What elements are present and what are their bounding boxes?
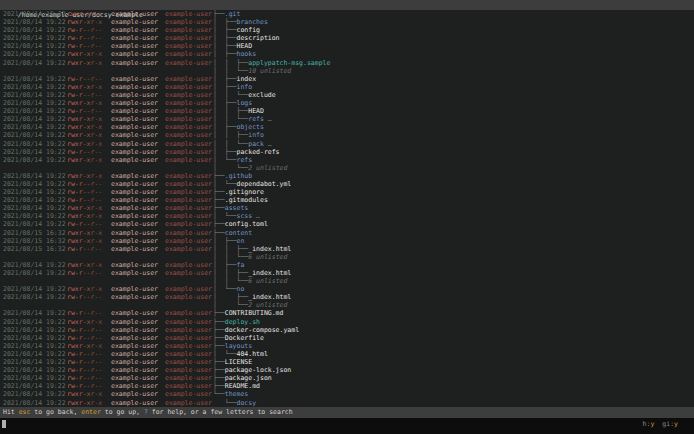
entry-name: 2 unlisted	[248, 164, 287, 172]
tree-branch-lines: │ │ ├──	[213, 107, 248, 115]
perm-user-bits: rw-	[67, 220, 79, 228]
tree-row[interactable]: │ └──2 unlisted	[0, 164, 694, 172]
tree-row[interactable]: 2021/08/14 19:22rw-r--r--example-userexa…	[0, 26, 694, 34]
tree-row[interactable]: 2021/08/14 19:22rw-r--r--example-userexa…	[0, 196, 694, 204]
file-permissions: rw-r--r--	[67, 350, 102, 358]
entry-name: index	[236, 75, 256, 83]
file-date: 2021/08/14 19:22	[3, 10, 66, 18]
perm-other-bits: r--	[91, 309, 103, 317]
tree-row[interactable]: 2021/08/14 19:22rw-r--r--example-userexa…	[0, 34, 694, 42]
file-permissions: rw-r--r--	[67, 374, 102, 382]
tree-branch-lines: ├──	[213, 318, 225, 326]
status-segment: for help, or a few letters to search	[148, 408, 293, 416]
tree-row[interactable]: 2021/08/15 16:32rw-r--r--example-userexa…	[0, 245, 694, 253]
tree-row[interactable]: 2021/08/14 19:22rwxr-xr-xexample-userexa…	[0, 59, 694, 67]
entry-name: info	[248, 131, 264, 139]
tree-row[interactable]: 2021/08/14 19:22rwxr-xr-xexample-userexa…	[0, 83, 694, 91]
status-segment: to go up,	[101, 408, 144, 416]
tree-branch-lines: ├──	[213, 326, 225, 334]
tree-row[interactable]: 2021/08/14 19:22rw-r--r--example-userexa…	[0, 293, 694, 301]
tree-row[interactable]: 2021/08/14 19:22rwxr-xr-xexample-userexa…	[0, 18, 694, 26]
tree-row[interactable]: 2021/08/14 19:22rwxr-xr-xexample-userexa…	[0, 204, 694, 212]
tree-row[interactable]: │ │ └──6 unlisted	[0, 277, 694, 285]
tree-row[interactable]: 2021/08/14 19:22rw-r--r--example-userexa…	[0, 382, 694, 390]
perm-other-bits: r--	[91, 374, 103, 382]
perm-group-bits: r--	[79, 334, 91, 342]
tree-row[interactable]: 2021/08/14 19:22rw-r--r--example-userexa…	[0, 334, 694, 342]
tree-row[interactable]: 2021/08/14 19:22rwxr-xr-xexample-userexa…	[0, 261, 694, 269]
tree-row[interactable]: 2021/08/14 19:22rw-r--r--example-userexa…	[0, 148, 694, 156]
perm-group-bits: r-x	[79, 10, 91, 18]
perm-other-bits: r-x	[91, 172, 103, 180]
tree-row[interactable]: 2021/08/14 19:22rw-r--r--example-userexa…	[0, 309, 694, 317]
tree-branch-lines: └──	[213, 390, 225, 398]
tree-row[interactable]: 2021/08/14 19:22rwxr-xr-xexample-userexa…	[0, 212, 694, 220]
tree-row[interactable]: 2021/08/14 19:22rwxr-xr-xexample-userexa…	[0, 50, 694, 58]
status-segment: esc	[19, 408, 31, 416]
tree-entry: │ │ ├──_index.html	[213, 245, 291, 253]
tree-row[interactable]: 2021/08/14 19:22rw-r--r--example-userexa…	[0, 358, 694, 366]
perm-other-bits: r-x	[91, 285, 103, 293]
perm-user-bits: rw-	[67, 34, 79, 42]
file-owner: example-user	[111, 293, 158, 301]
perm-user-bits: rw-	[67, 366, 79, 374]
file-permissions: rw-r--r--	[67, 334, 102, 342]
tree-row[interactable]: 2021/08/14 19:22rwxr-xr-xexample-userexa…	[0, 115, 694, 123]
tree-row[interactable]: │ │ └──6 unlisted	[0, 253, 694, 261]
tree-row[interactable]: 2021/08/14 19:22rw-r--r--example-userexa…	[0, 350, 694, 358]
tree-row[interactable]: 2021/08/14 19:22rw-r--r--example-userexa…	[0, 366, 694, 374]
tree-row[interactable]: 2021/08/14 19:22rw-r--r--example-userexa…	[0, 326, 694, 334]
file-date: 2021/08/14 19:22	[3, 42, 66, 50]
perm-user-bits: rwx	[67, 83, 79, 91]
perm-other-bits: r-x	[91, 18, 103, 26]
file-owner: example-user	[111, 374, 158, 382]
perm-other-bits: r--	[91, 26, 103, 34]
file-permissions: rw-r--r--	[67, 220, 102, 228]
file-owner: example-user	[111, 358, 158, 366]
tree-row[interactable]: │ └──2 unlisted	[0, 301, 694, 309]
search-input-area[interactable]: h:ygi:y	[0, 418, 694, 434]
tree-row[interactable]: 2021/08/14 19:22rwxr-xr-xexample-userexa…	[0, 131, 694, 139]
perm-group-bits: r-x	[79, 140, 91, 148]
tree-row[interactable]: 2021/08/14 19:22rw-r--r--example-userexa…	[0, 180, 694, 188]
file-owner: example-user	[111, 75, 158, 83]
file-permissions: rwxr-xr-x	[67, 123, 102, 131]
tree-row[interactable]: │ │ └──10 unlisted	[0, 67, 694, 75]
tree-row[interactable]: 2021/08/14 19:22rw-r--r--example-userexa…	[0, 269, 694, 277]
tree-row[interactable]: 2021/08/14 19:22rwxr-xr-xexample-userexa…	[0, 10, 694, 18]
tree-row[interactable]: 2021/08/14 19:22rwxr-xr-xexample-userexa…	[0, 285, 694, 293]
file-group: example-user	[165, 83, 212, 91]
tree-row[interactable]: 2021/08/14 19:22rwxr-xr-xexample-userexa…	[0, 318, 694, 326]
perm-user-bits: rwx	[67, 318, 79, 326]
tree-branch-lines: ├──	[213, 229, 225, 237]
tree-row[interactable]: 2021/08/14 19:22rwxr-xr-xexample-userexa…	[0, 399, 694, 407]
tree-row[interactable]: 2021/08/14 19:22rwxr-xr-xexample-userexa…	[0, 342, 694, 350]
tree-row[interactable]: 2021/08/14 19:22rw-r--r--example-userexa…	[0, 188, 694, 196]
tree-row[interactable]: 2021/08/15 16:32rwxr-xr-xexample-userexa…	[0, 237, 694, 245]
tree-entry: │ ├──info	[213, 83, 252, 91]
file-date: 2021/08/14 19:22	[3, 382, 66, 390]
tree-row[interactable]: 2021/08/14 19:22rw-r--r--example-userexa…	[0, 374, 694, 382]
tree-row[interactable]: 2021/08/14 19:22rwxr-xr-xexample-userexa…	[0, 123, 694, 131]
tree-row[interactable]: 2021/08/15 16:32rwxr-xr-xexample-userexa…	[0, 229, 694, 237]
perm-group-bits: r-x	[79, 59, 91, 67]
tree-row[interactable]: 2021/08/14 19:22rwxr-xr-xexample-userexa…	[0, 172, 694, 180]
entry-name: applypatch-msg.sample	[248, 59, 330, 67]
perm-other-bits: r--	[91, 91, 103, 99]
tree-branch-lines: │ ├──	[213, 83, 236, 91]
perm-other-bits: r--	[91, 269, 103, 277]
tree-row[interactable]: 2021/08/14 19:22rwxr-xr-xexample-userexa…	[0, 156, 694, 164]
tree-row[interactable]: 2021/08/14 19:22rw-r--r--example-userexa…	[0, 107, 694, 115]
file-date: 2021/08/14 19:22	[3, 115, 66, 123]
tree-row[interactable]: 2021/08/14 19:22rw-r--r--example-userexa…	[0, 75, 694, 83]
tree-row[interactable]: 2021/08/14 19:22rw-r--r--example-userexa…	[0, 220, 694, 228]
tree-row[interactable]: 2021/08/14 19:22rwxr-xr-xexample-userexa…	[0, 99, 694, 107]
perm-group-bits: r--	[79, 245, 91, 253]
file-owner: example-user	[111, 350, 158, 358]
file-permissions: rwxr-xr-x	[67, 10, 102, 18]
tree-row[interactable]: 2021/08/14 19:22rw-r--r--example-userexa…	[0, 91, 694, 99]
file-owner: example-user	[111, 366, 158, 374]
tree-row[interactable]: 2021/08/14 19:22rw-r--r--example-userexa…	[0, 42, 694, 50]
tree-row[interactable]: 2021/08/14 19:22rwxr-xr-xexample-userexa…	[0, 390, 694, 398]
tree-row[interactable]: 2021/08/14 19:22rwxr-xr-xexample-userexa…	[0, 140, 694, 148]
